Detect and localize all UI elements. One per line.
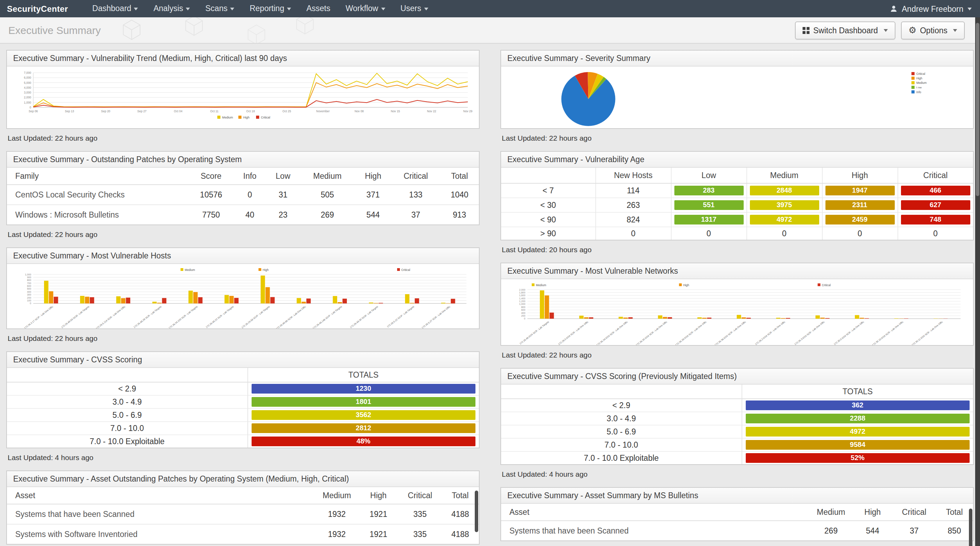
col-low[interactable]: Low [671,168,746,183]
col-critical[interactable]: Critical [391,168,440,185]
cell-medium-count[interactable]: 269 [810,521,853,540]
col-medium[interactable]: Medium [300,168,355,185]
col-total[interactable]: Total [440,168,479,185]
high-count-bar[interactable]: 2459 [825,215,894,224]
cell-info-count[interactable]: 0 [234,185,266,205]
cell-critical-count[interactable]: 0 [897,227,973,240]
most-vulnerable-networks-chart[interactable]: 02004006008001,0001,2001,4001,6001,8002,… [501,279,973,345]
cell-high-count[interactable]: 371 [355,185,391,205]
low-count-bar[interactable]: 1317 [674,215,743,224]
cell-medium-count[interactable]: 0 [746,227,822,240]
col-total[interactable]: Total [935,503,973,521]
severity-summary-pie-chart[interactable]: CriticalHighMediumLowInfo [501,67,973,128]
panel-title[interactable]: Executive Summary - Asset Outstanding Pa… [7,471,479,487]
cell-low-count[interactable]: 23 [266,205,300,224]
cvss-total-bar[interactable]: 2812 [251,423,476,433]
col-medium[interactable]: Medium [315,487,358,504]
panel-title[interactable]: Executive Summary - Most Vulnerable Host… [7,248,479,264]
cell-low-count[interactable]: 0 [671,227,746,240]
options-button[interactable]: ⚙︎ Options [900,21,965,39]
panel-title[interactable]: Executive Summary - CVSS Scoring [7,352,479,368]
high-count-bar[interactable]: 2311 [825,200,894,210]
page-scrollbar-thumb[interactable] [976,23,979,196]
panel-title[interactable]: Executive Summary - Vulnerability Trend … [7,51,479,67]
app-logo[interactable]: SecurityCenter [0,4,75,14]
panel-title[interactable]: Executive Summary - Asset Summary by MS … [501,487,973,503]
col-asset[interactable]: Asset [7,487,315,504]
low-count-bar[interactable]: 283 [674,186,743,195]
col-info[interactable]: Info [234,168,266,185]
cvss-total-bar[interactable]: 4972 [746,427,970,436]
cvss-total-bar[interactable]: 3562 [251,410,476,419]
cell-critical-count[interactable]: 133 [391,185,440,205]
page-scrollbar[interactable] [975,17,980,546]
cell-high-count[interactable]: 544 [355,205,391,224]
cell-info-count[interactable]: 40 [234,205,266,224]
cvss-total-bar[interactable]: 1230 [251,384,476,393]
cell-new-hosts[interactable]: 0 [595,227,671,240]
cell-new-hosts[interactable]: 263 [595,198,671,213]
col-critical[interactable]: Critical [399,487,441,504]
cvss-total-bar[interactable]: 9584 [746,440,970,449]
switch-dashboard-button[interactable]: Switch Dashboard [795,21,896,39]
cell-medium-count[interactable]: 1932 [315,524,358,544]
panel-title[interactable]: Executive Summary - Outstanding Patches … [7,152,479,168]
menu-users[interactable]: Users [393,0,436,17]
col-critical[interactable]: Critical [897,168,973,183]
cell-critical-count[interactable]: 37 [391,205,440,224]
cell-critical-count[interactable]: 335 [399,504,441,524]
col-high[interactable]: High [853,503,892,521]
medium-count-bar[interactable]: 2848 [749,186,819,195]
panel-title[interactable]: Executive Summary - CVSS Scoring (Previo… [501,368,973,384]
cell-medium-count[interactable]: 1932 [315,504,358,524]
cell-low-count[interactable]: 31 [266,185,300,205]
col-high[interactable]: High [358,487,399,504]
cell-medium-count[interactable]: 269 [300,205,355,224]
cell-high-count[interactable]: 1921 [358,524,399,544]
medium-count-bar[interactable]: 4972 [749,215,819,224]
high-count-bar[interactable]: 1947 [825,186,894,195]
col-score[interactable]: Score [189,168,234,185]
cell-critical-count[interactable]: 37 [892,521,935,540]
cvss-total-bar[interactable]: 52% [746,453,970,462]
cell-medium-count[interactable]: 505 [300,185,355,205]
panel-title[interactable]: Executive Summary - Most Vulnerable Netw… [501,263,973,279]
cvss-total-bar[interactable]: 2288 [746,413,970,423]
vulnerability-trend-chart[interactable]: 01,0002,0003,0004,0005,0006,0007,000Sep … [7,67,479,128]
cell-new-hosts[interactable]: 824 [595,213,671,227]
cvss-total-bar[interactable]: 362 [746,400,970,410]
critical-count-bar[interactable]: 748 [900,215,970,224]
col-critical[interactable]: Critical [892,503,935,521]
cvss-total-bar[interactable]: 48% [251,436,476,446]
col-low[interactable]: Low [266,168,300,185]
panel-scrollbar[interactable] [475,490,478,532]
col-high[interactable]: High [355,168,391,185]
panel-title[interactable]: Executive Summary - Severity Summary [501,51,973,67]
menu-workflow[interactable]: Workflow [338,0,393,17]
critical-count-bar[interactable]: 627 [900,200,970,210]
cell-new-hosts[interactable]: 114 [595,183,671,198]
col-new-hosts[interactable]: New Hosts [595,168,671,183]
col-family[interactable]: Family [7,168,189,185]
user-menu[interactable]: Andrew Freeborn [890,5,980,13]
menu-reporting[interactable]: Reporting [242,0,299,17]
cell-high-count[interactable]: 1921 [358,504,399,524]
menu-scans[interactable]: Scans [198,0,242,17]
menu-assets[interactable]: Assets [299,0,338,17]
menu-dashboard[interactable]: Dashboard [84,0,146,17]
col-medium[interactable]: Medium [810,503,853,521]
cvss-total-bar[interactable]: 1801 [251,397,476,406]
col-total[interactable]: Total [441,487,479,504]
cell-critical-count[interactable]: 335 [399,524,441,544]
panel-scrollbar[interactable] [969,508,972,546]
col-asset[interactable]: Asset [501,503,810,521]
menu-analysis[interactable]: Analysis [146,0,198,17]
most-vulnerable-hosts-chart[interactable]: 01002003004005006007008009001,000172.26.… [7,264,479,329]
medium-count-bar[interactable]: 3975 [749,200,819,210]
col-high[interactable]: High [822,168,897,183]
col-medium[interactable]: Medium [746,168,822,183]
cell-high-count[interactable]: 0 [822,227,897,240]
panel-title[interactable]: Executive Summary - Vulnerability Age [501,152,973,168]
critical-count-bar[interactable]: 466 [900,186,970,195]
low-count-bar[interactable]: 551 [674,200,743,210]
